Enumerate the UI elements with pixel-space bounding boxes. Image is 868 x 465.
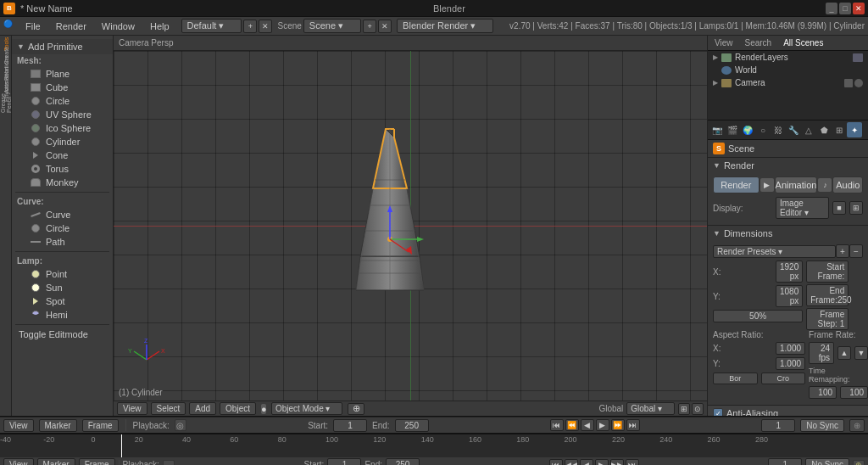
preset-remove-btn[interactable]: − (849, 244, 863, 258)
presets-selector[interactable]: Render Presets ▾ (713, 245, 836, 258)
audio-icon[interactable]: ♪ (818, 178, 832, 192)
mesh-circle[interactable]: Circle (12, 94, 113, 108)
mesh-icosphere[interactable]: Ico Sphere (12, 121, 113, 135)
bb-start-field[interactable]: 1 (327, 458, 361, 465)
render-props-icon[interactable]: 📷 (709, 122, 725, 137)
animation-btn[interactable]: Animation (775, 176, 818, 193)
render-btn[interactable]: Render (713, 176, 760, 193)
mode-selector[interactable]: Object Mode ▾ (271, 402, 342, 415)
add-primitive-header[interactable]: ▼ Add Primitive (12, 39, 113, 54)
scene-selector[interactable]: Scene ▾ (303, 19, 361, 33)
jump-start-btn[interactable]: ⏮ (550, 419, 564, 431)
toggle-editmode-btn[interactable]: Toggle Editmode (12, 328, 113, 341)
scene-props-icon[interactable]: 🎬 (725, 122, 740, 137)
display-fullscreen-btn[interactable]: ⊞ (849, 201, 863, 215)
current-frame-field[interactable]: 1 (761, 419, 795, 432)
play-rev-btn[interactable]: ◀ (581, 419, 594, 431)
aa-checkbox[interactable]: ✓ (713, 408, 723, 416)
render-engine-selector[interactable]: Blender Render ▾ (397, 19, 493, 33)
curve-circle[interactable]: Circle (12, 221, 113, 235)
viewport[interactable]: Camera Persp (114, 36, 707, 416)
res-y-value[interactable]: 1080 px (776, 285, 803, 307)
minimize-button[interactable]: _ (826, 3, 837, 14)
menu-file[interactable]: File (19, 20, 47, 33)
bb-next[interactable]: ▶▶ (610, 459, 624, 466)
jump-end-btn[interactable]: ⏭ (626, 419, 640, 431)
curve-curve[interactable]: Curve (12, 208, 113, 221)
bb-play-rev[interactable]: ◀ (580, 459, 593, 466)
close-button[interactable]: ✕ (853, 3, 865, 14)
scene-add-btn[interactable]: + (363, 20, 376, 33)
outliner-tab-view[interactable]: View (711, 36, 737, 49)
lamp-point[interactable]: Point (12, 267, 113, 281)
vp-object-btn[interactable]: Object (220, 402, 256, 415)
tl-marker-btn[interactable]: Marker (39, 419, 77, 432)
vp-add-btn[interactable]: Add (189, 402, 216, 415)
preset-add-btn[interactable]: + (836, 244, 849, 258)
outliner-tab-allscenes[interactable]: All Scenes (780, 36, 826, 49)
grease-pencil-tab[interactable]: Grease Pencil (1, 98, 11, 109)
cro-value[interactable]: Cro (761, 373, 806, 384)
bb-keying-icon[interactable]: ⊕ (853, 460, 865, 466)
end-field[interactable]: 250 (395, 419, 429, 432)
mesh-torus[interactable]: Torus (12, 162, 113, 176)
screen-add-btn[interactable]: + (243, 20, 257, 33)
particles-icon[interactable]: ✦ (847, 122, 862, 137)
framerate-up[interactable]: ▲ (837, 346, 851, 360)
playback-toggle[interactable]: ◎ (175, 419, 186, 431)
bb-view-btn[interactable]: View (3, 458, 34, 465)
res-percent-value[interactable]: 50% (713, 310, 803, 322)
texture-icon[interactable]: ⊞ (832, 122, 847, 137)
lamp-hemi[interactable]: Hemi (12, 308, 113, 322)
snap-btn[interactable]: ⊞ (678, 403, 690, 415)
mesh-cone[interactable]: Cone (12, 148, 113, 162)
step-frame-value[interactable]: Frame Step: 1 (806, 308, 849, 330)
tl-view-btn[interactable]: View (3, 419, 34, 432)
sync-btn[interactable]: No Sync (800, 419, 844, 432)
pivot-selector[interactable]: Global ▾ (626, 402, 675, 415)
mesh-uvsphere[interactable]: UV Sphere (12, 108, 113, 121)
menu-window[interactable]: Window (95, 20, 142, 33)
bb-end-field[interactable]: 250 (386, 458, 420, 465)
constraint-icon[interactable]: ⛓ (771, 122, 786, 137)
framerate-value[interactable]: 24 fps (809, 342, 834, 364)
viewport-canvas[interactable]: X Y Z (114, 51, 707, 401)
vp-select-btn[interactable]: Select (151, 402, 186, 415)
bb-frame-btn[interactable]: Frame (79, 458, 115, 465)
framerate-down[interactable]: ▼ (854, 346, 868, 360)
bb-jump-end[interactable]: ⏭ (626, 459, 639, 466)
menu-render[interactable]: Render (49, 20, 93, 33)
prev-frame-btn[interactable]: ⏪ (565, 419, 579, 431)
timeremap-val1[interactable]: 100 (809, 386, 837, 399)
screen-remove-btn[interactable]: ✕ (259, 20, 272, 33)
material-icon[interactable]: ⬟ (816, 122, 832, 137)
next-frame-btn[interactable]: ⏩ (611, 419, 625, 431)
start-field[interactable]: 1 (333, 419, 367, 432)
animation-icon[interactable]: ▶ (760, 178, 774, 192)
bb-playback-toggle[interactable] (163, 460, 175, 466)
lamp-sun[interactable]: Sun (12, 281, 113, 294)
bor-value[interactable]: Bor (713, 373, 758, 384)
proportional-btn[interactable]: ⊙ (692, 403, 704, 415)
res-x-value[interactable]: 1920 px (776, 261, 803, 283)
audio-btn[interactable]: Audio (832, 176, 863, 193)
mesh-cylinder[interactable]: Cylinder (12, 135, 113, 148)
object-props-icon[interactable]: ○ (755, 122, 771, 137)
bb-current-frame[interactable]: 1 (768, 458, 802, 465)
viewport-shading-btn[interactable]: ⊕ (348, 403, 364, 415)
play-btn[interactable]: ▶ (596, 419, 609, 431)
mesh-plane[interactable]: Plane (12, 67, 113, 81)
data-icon[interactable]: △ (801, 122, 816, 137)
menu-help[interactable]: Help (143, 20, 176, 33)
bb-sync-btn[interactable]: No Sync (805, 458, 849, 465)
maximize-button[interactable]: □ (839, 3, 851, 14)
aspect-y-value[interactable]: 1.000 (776, 357, 805, 370)
display-extra-btn[interactable]: ■ (832, 201, 846, 215)
aspect-x-value[interactable]: 1.000 (776, 342, 805, 355)
end-frame-value[interactable]: End Frame:250 (806, 284, 849, 306)
mesh-cube[interactable]: Cube (12, 81, 113, 94)
scene-remove-btn[interactable]: ✕ (378, 20, 392, 33)
outliner-camera[interactable]: ▶ Camera (708, 76, 868, 89)
tl-frame-btn[interactable]: Frame (82, 419, 119, 432)
vp-view-btn[interactable]: View (117, 402, 147, 415)
